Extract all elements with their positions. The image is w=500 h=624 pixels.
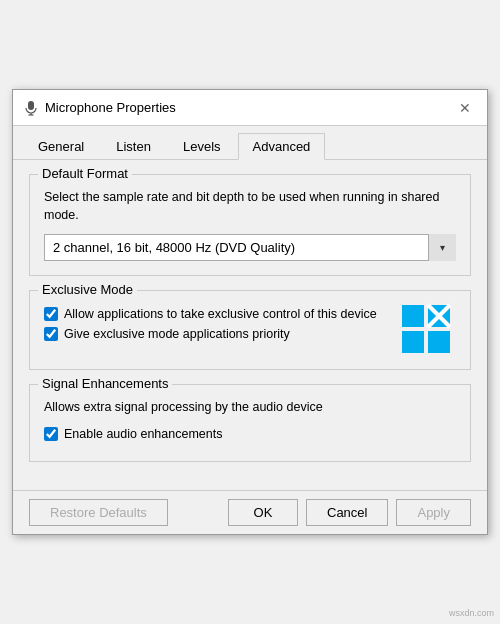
windows-logo-icon [400, 303, 452, 355]
default-format-description: Select the sample rate and bit depth to … [44, 189, 456, 224]
tab-general[interactable]: General [23, 133, 99, 160]
apply-button[interactable]: Apply [396, 499, 471, 526]
exclusive-priority-label: Give exclusive mode applications priorit… [64, 327, 290, 341]
audio-enhancements-label: Enable audio enhancements [64, 427, 222, 441]
exclusive-mode-title: Exclusive Mode [38, 282, 137, 297]
ok-button[interactable]: OK [228, 499, 298, 526]
default-format-title: Default Format [38, 166, 132, 181]
sample-rate-dropdown-wrapper: 2 channel, 16 bit, 48000 Hz (DVD Quality… [44, 234, 456, 261]
tab-bar: General Listen Levels Advanced [13, 126, 487, 160]
audio-enhancements-checkbox[interactable] [44, 427, 58, 441]
signal-enhancements-title: Signal Enhancements [38, 376, 172, 391]
svg-marker-6 [428, 331, 450, 353]
exclusive-control-label: Allow applications to take exclusive con… [64, 307, 377, 321]
footer: Restore Defaults OK Cancel Apply [13, 490, 487, 534]
exclusive-mode-checkboxes: Allow applications to take exclusive con… [44, 307, 386, 347]
cancel-button[interactable]: Cancel [306, 499, 388, 526]
signal-enhancements-description: Allows extra signal processing by the au… [44, 399, 456, 417]
window-title: Microphone Properties [45, 100, 176, 115]
tab-content: Default Format Select the sample rate an… [13, 160, 487, 490]
svg-rect-0 [28, 101, 34, 110]
sample-rate-dropdown[interactable]: 2 channel, 16 bit, 48000 Hz (DVD Quality… [44, 234, 456, 261]
exclusive-mode-inner: Allow applications to take exclusive con… [44, 307, 456, 355]
default-format-section: Default Format Select the sample rate an… [29, 174, 471, 276]
exclusive-control-checkbox[interactable] [44, 307, 58, 321]
exclusive-priority-checkbox-row[interactable]: Give exclusive mode applications priorit… [44, 327, 386, 341]
svg-marker-3 [402, 305, 424, 327]
signal-enhancements-section: Signal Enhancements Allows extra signal … [29, 384, 471, 462]
microphone-icon [23, 100, 39, 116]
tab-levels[interactable]: Levels [168, 133, 236, 160]
microphone-properties-window: Microphone Properties ✕ General Listen L… [12, 89, 488, 535]
restore-defaults-button[interactable]: Restore Defaults [29, 499, 168, 526]
title-bar-left: Microphone Properties [23, 100, 176, 116]
title-bar: Microphone Properties ✕ [13, 90, 487, 126]
footer-right: OK Cancel Apply [228, 499, 471, 526]
tab-listen[interactable]: Listen [101, 133, 166, 160]
exclusive-control-checkbox-row[interactable]: Allow applications to take exclusive con… [44, 307, 386, 321]
tab-advanced[interactable]: Advanced [238, 133, 326, 160]
exclusive-mode-section: Exclusive Mode Allow applications to tak… [29, 290, 471, 370]
exclusive-priority-checkbox[interactable] [44, 327, 58, 341]
svg-marker-5 [402, 331, 424, 353]
close-button[interactable]: ✕ [453, 96, 477, 120]
watermark: wsxdn.com [449, 608, 494, 618]
audio-enhancements-checkbox-row[interactable]: Enable audio enhancements [44, 427, 456, 441]
footer-left: Restore Defaults [29, 499, 168, 526]
